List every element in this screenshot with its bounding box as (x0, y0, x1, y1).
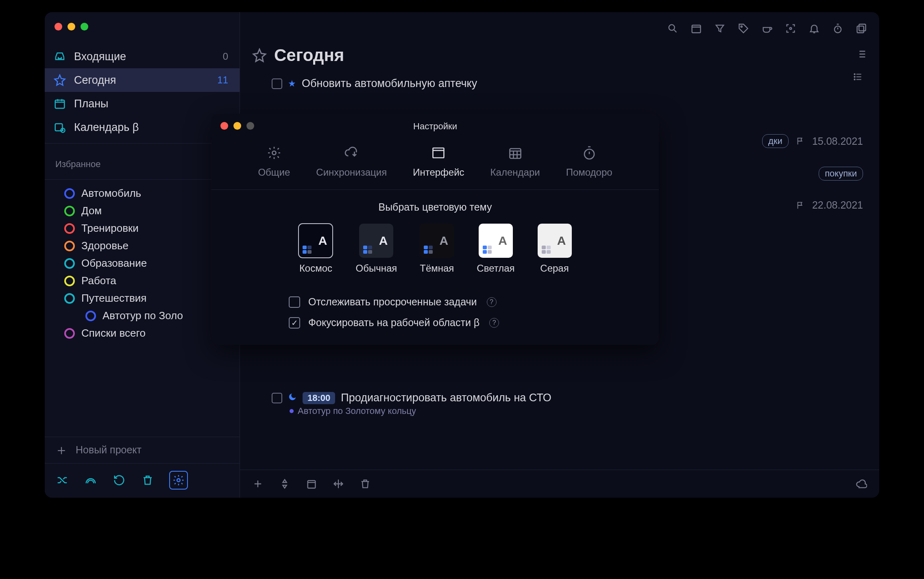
sidebar: Входящие 0 Сегодня 11 Планы Кал (45, 12, 240, 498)
maximize-window-button[interactable] (81, 23, 88, 30)
theme-grey[interactable]: A Серая (538, 224, 572, 274)
nav-label: Календарь β (74, 121, 139, 134)
theme-cosmos[interactable]: A Космос (299, 224, 333, 274)
nav-label: Входящие (74, 50, 126, 63)
calendar-view-icon[interactable] (690, 22, 703, 35)
project-color-icon (64, 223, 75, 234)
option-focus-workspace[interactable]: Фокусировать на рабочей области β ? (289, 317, 659, 329)
task-checkbox[interactable] (272, 78, 282, 89)
cloud-sync-icon (343, 145, 360, 161)
trash-icon[interactable] (141, 473, 155, 487)
modal-traffic-lights (220, 122, 254, 130)
project-item[interactable]: Автомобиль (45, 185, 240, 202)
nav-today[interactable]: Сегодня 11 (45, 68, 240, 92)
add-task-icon[interactable] (251, 477, 264, 490)
filter-icon[interactable] (713, 22, 726, 35)
project-color-icon (64, 276, 75, 286)
project-item[interactable]: Путешествия (45, 290, 240, 307)
theme-label: Обычная (355, 263, 397, 274)
theme-label: Серая (540, 263, 569, 274)
search-icon[interactable] (666, 22, 679, 35)
view-options-icon[interactable] (856, 48, 867, 63)
settings-tab-general[interactable]: Общие (258, 145, 290, 178)
settings-tab-pomodoro[interactable]: Помодоро (566, 145, 612, 178)
help-icon[interactable]: ? (487, 297, 497, 307)
sync-cloud-icon[interactable] (855, 477, 868, 490)
project-label: Работа (81, 274, 116, 287)
project-item[interactable]: Образование (45, 255, 240, 272)
theme-normal[interactable]: A Обычная (355, 224, 397, 274)
project-item[interactable]: Списки всего (45, 324, 240, 342)
project-item[interactable]: Тренировки (45, 220, 240, 237)
rainbow-icon[interactable] (84, 473, 98, 487)
bell-icon[interactable] (808, 22, 821, 35)
windows-icon[interactable] (855, 22, 868, 35)
theme-dark[interactable]: A Тёмная (420, 224, 454, 274)
settings-icon[interactable] (169, 471, 188, 490)
modal-close-button[interactable] (220, 122, 228, 130)
focus-icon[interactable] (784, 22, 797, 35)
task-date: 22.08.2021 (812, 199, 863, 211)
stopwatch-icon[interactable] (831, 22, 844, 35)
nav-count: 0 (223, 51, 228, 62)
project-item[interactable]: Здоровье (45, 237, 240, 255)
modal-minimize-button[interactable] (233, 122, 241, 130)
help-icon[interactable]: ? (489, 318, 499, 328)
svg-rect-14 (308, 481, 316, 488)
favorites-label: Избранное (45, 148, 240, 175)
window-icon (430, 145, 447, 161)
close-window-button[interactable] (54, 23, 62, 30)
task-time-pill: 18:00 (303, 392, 335, 404)
moon-icon (288, 392, 297, 404)
bottom-toolbar (240, 470, 879, 498)
star-outline-icon[interactable] (252, 48, 267, 63)
nav-inbox[interactable]: Входящие 0 (45, 45, 240, 68)
svg-rect-16 (433, 148, 444, 158)
settings-tab-sync[interactable]: Синхронизация (316, 145, 387, 178)
project-color-icon (64, 293, 75, 304)
tab-label: Синхронизация (316, 167, 387, 178)
coffee-icon[interactable] (761, 22, 774, 35)
option-label: Отслеживать просроченные задачи (308, 296, 477, 308)
schedule-icon[interactable] (305, 477, 318, 490)
nav-plans[interactable]: Планы (45, 92, 240, 115)
tab-label: Помодоро (566, 167, 612, 178)
nav-calendar-beta[interactable]: Календарь β (45, 115, 240, 139)
delete-icon[interactable] (359, 477, 372, 490)
settings-tab-interface[interactable]: Интерфейс (413, 145, 464, 178)
task-checkbox[interactable] (272, 393, 282, 403)
checkbox-checked[interactable] (289, 317, 300, 329)
task-item[interactable]: ★ Обновить автомобильную аптечку (272, 73, 863, 95)
inbox-icon (53, 50, 67, 63)
move-icon[interactable] (332, 477, 345, 490)
project-color-icon (64, 328, 75, 339)
theme-light[interactable]: A Светлая (477, 224, 514, 274)
checkbox-unchecked[interactable] (289, 296, 300, 308)
task-tag[interactable]: покупки (819, 167, 863, 181)
project-color-icon (85, 311, 96, 321)
priority-icon[interactable] (278, 477, 291, 490)
history-icon[interactable] (112, 473, 126, 487)
project-dot-icon (290, 409, 294, 413)
new-project-button[interactable]: ＋ Новый проект (45, 437, 240, 463)
theme-label: Светлая (477, 263, 514, 274)
flag-icon (796, 137, 805, 146)
option-track-overdue[interactable]: Отслеживать просроченные задачи ? (289, 296, 659, 308)
project-item[interactable]: Дом (45, 202, 240, 220)
project-label: Здоровье (81, 239, 129, 252)
modal-maximize-button[interactable] (246, 122, 254, 130)
tag-icon[interactable] (737, 22, 750, 35)
task-item[interactable]: 18:00 Продиагностировать автомобиль на С… (272, 387, 863, 421)
settings-tab-calendars[interactable]: Календари (490, 145, 540, 178)
project-color-icon (64, 206, 75, 216)
project-label: Образование (81, 257, 147, 270)
tab-label: Интерфейс (413, 167, 464, 178)
project-subitem[interactable]: Автотур по Золо (45, 307, 240, 324)
minimize-window-button[interactable] (68, 23, 75, 30)
shuffle-icon[interactable] (55, 473, 69, 487)
task-tag[interactable]: дки (762, 134, 789, 148)
project-item[interactable]: Работа (45, 272, 240, 290)
calendar-icon (53, 97, 67, 111)
theme-swatch: A (420, 224, 454, 258)
project-label: Автотур по Золо (102, 309, 183, 322)
